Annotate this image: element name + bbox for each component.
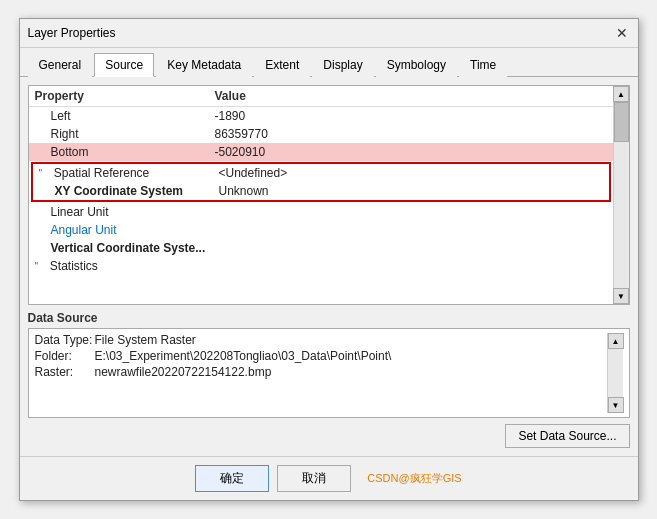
table-row: Vertical Coordinate Syste...	[29, 239, 613, 257]
ds-label-type: Data Type:	[35, 333, 95, 347]
scrollbar-up-button[interactable]: ▲	[613, 86, 629, 102]
col-header-value: Value	[215, 89, 246, 103]
list-item: Folder: E:\03_Experiment\202208Tongliao\…	[35, 349, 607, 363]
highlighted-section: " Spatial Reference <Undefined> XY Coord…	[31, 162, 611, 202]
property-table-container: Property Value Left -1890 Right 86359770…	[28, 85, 630, 305]
watermark: CSDN@疯狂学GIS	[367, 471, 461, 486]
prop-value-bottom: -5020910	[215, 145, 266, 159]
list-item: Data Type: File System Raster	[35, 333, 607, 347]
table-row: " Spatial Reference <Undefined>	[33, 164, 609, 182]
expand-icon: "	[39, 168, 51, 179]
prop-value-spatial-ref: <Undefined>	[219, 166, 288, 180]
tab-symbology[interactable]: Symbology	[376, 53, 457, 77]
tab-general[interactable]: General	[28, 53, 93, 77]
scrollbar-thumb[interactable]	[614, 102, 629, 142]
data-source-box: Data Type: File System Raster Folder: E:…	[28, 328, 630, 418]
prop-name-bottom: Bottom	[35, 145, 215, 159]
tab-key-metadata[interactable]: Key Metadata	[156, 53, 252, 77]
ds-scrollbar-down-button[interactable]: ▼	[608, 397, 624, 413]
dialog-title: Layer Properties	[28, 26, 116, 40]
layer-properties-dialog: Layer Properties ✕ General Source Key Me…	[19, 18, 639, 501]
tab-extent[interactable]: Extent	[254, 53, 310, 77]
expand-icon: "	[35, 261, 47, 272]
property-table-header: Property Value	[29, 86, 613, 107]
scrollbar-down-button[interactable]: ▼	[613, 288, 629, 304]
table-row: Right 86359770	[29, 125, 613, 143]
prop-name-left: Left	[35, 109, 215, 123]
ds-label-raster: Raster:	[35, 365, 95, 379]
ds-scrollbar-up-button[interactable]: ▲	[608, 333, 624, 349]
close-button[interactable]: ✕	[614, 25, 630, 41]
prop-name-statistics[interactable]: " Statistics	[35, 259, 215, 273]
property-table-scrollbar[interactable]: ▲ ▼	[613, 86, 629, 304]
tab-display[interactable]: Display	[312, 53, 373, 77]
prop-name-vertical-coord: Vertical Coordinate Syste...	[35, 241, 215, 255]
set-data-source-button[interactable]: Set Data Source...	[505, 424, 629, 448]
datasource-scrollbar[interactable]: ▲ ▼	[607, 333, 623, 413]
ds-scrollbar-track[interactable]	[608, 349, 623, 397]
scrollbar-track[interactable]	[614, 102, 629, 288]
prop-name-xy-coord: XY Coordinate System	[39, 184, 219, 198]
table-row: XY Coordinate System Unknown	[33, 182, 609, 200]
property-table: Property Value Left -1890 Right 86359770…	[29, 86, 613, 304]
table-row: Bottom -5020910	[29, 143, 613, 161]
dialog-footer: 确定 取消 CSDN@疯狂学GIS	[20, 456, 638, 500]
prop-name-linear-unit: Linear Unit	[35, 205, 215, 219]
ds-value-raster: newrawfile20220722154122.bmp	[95, 365, 272, 379]
table-row: Left -1890	[29, 107, 613, 125]
ds-value-folder: E:\03_Experiment\202208Tongliao\03_Data\…	[95, 349, 392, 363]
tab-content: Property Value Left -1890 Right 86359770…	[20, 77, 638, 456]
tab-source[interactable]: Source	[94, 53, 154, 77]
button-row: Set Data Source...	[28, 424, 630, 448]
confirm-button[interactable]: 确定	[195, 465, 269, 492]
col-header-property: Property	[35, 89, 215, 103]
prop-value-right: 86359770	[215, 127, 268, 141]
prop-name-spatial-ref[interactable]: " Spatial Reference	[39, 166, 219, 180]
titlebar: Layer Properties ✕	[20, 19, 638, 48]
prop-value-xy-coord: Unknown	[219, 184, 269, 198]
tab-bar: General Source Key Metadata Extent Displ…	[20, 48, 638, 77]
data-source-content: Data Type: File System Raster Folder: E:…	[35, 333, 607, 413]
prop-value-left: -1890	[215, 109, 246, 123]
prop-name-right: Right	[35, 127, 215, 141]
data-source-label: Data Source	[28, 311, 630, 325]
ds-value-type: File System Raster	[95, 333, 196, 347]
tab-time[interactable]: Time	[459, 53, 507, 77]
list-item: Raster: newrawfile20220722154122.bmp	[35, 365, 607, 379]
cancel-button[interactable]: 取消	[277, 465, 351, 492]
data-source-section: Data Source Data Type: File System Raste…	[28, 311, 630, 448]
prop-name-angular-unit[interactable]: Angular Unit	[35, 223, 215, 237]
table-row[interactable]: Angular Unit	[29, 221, 613, 239]
ds-label-folder: Folder:	[35, 349, 95, 363]
table-row: " Statistics	[29, 257, 613, 275]
table-row: Linear Unit	[29, 203, 613, 221]
